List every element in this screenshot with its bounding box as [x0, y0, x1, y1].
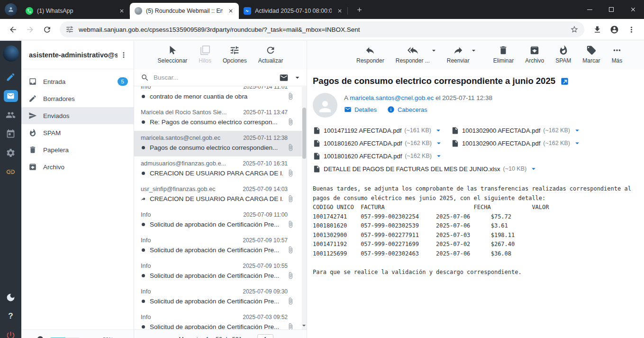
message-content: Pagos de consumo electrico correspondien…: [307, 69, 644, 338]
delete-button[interactable]: Eliminar: [493, 45, 514, 64]
pencil-icon: [28, 94, 37, 103]
back-button[interactable]: [5, 21, 21, 37]
recipient-email-link[interactable]: maricela.santos@cnel.gob.ec: [350, 94, 434, 101]
reply-button[interactable]: Responder: [356, 45, 384, 64]
select-button[interactable]: Seleccionar: [158, 45, 188, 64]
settings-button[interactable]: [0, 143, 21, 162]
message-list-item[interactable]: Info 2025-07-09 10:55 Solicitud de aprob…: [134, 259, 302, 284]
chevron-down-icon[interactable]: [435, 139, 443, 147]
folder-enviados[interactable]: Enviados: [21, 107, 134, 124]
chevron-down-icon[interactable]: [573, 139, 581, 147]
paperclip-icon: [287, 246, 294, 254]
scroll-down-icon[interactable]: [300, 321, 307, 329]
message-list-item[interactable]: Info 2025-07-14 11:01 contrato de menor …: [134, 86, 302, 105]
folder-label: Papelera: [43, 146, 69, 154]
chevron-down-icon[interactable]: [293, 73, 302, 82]
refresh-list-button[interactable]: Actualizar: [258, 45, 283, 64]
prev-page-button[interactable]: ‹: [154, 334, 163, 338]
url-field[interactable]: webmail.sanjuan.gob.ec/cpsess1535909589/…: [60, 21, 584, 37]
attachment-item[interactable]: 1001302900 AFECTADA.pdf (~162 KB): [451, 126, 590, 135]
minimize-button[interactable]: [579, 0, 600, 19]
browser-profile-icon[interactable]: [5, 3, 17, 16]
threads-button[interactable]: Hilos: [199, 45, 211, 64]
external-link-app-button[interactable]: [0, 162, 21, 181]
archive-button[interactable]: Archivo: [525, 45, 544, 64]
close-window-button[interactable]: [622, 0, 644, 19]
tab-roundcube-webmail[interactable]: (5) Roundcube Webmail :: Envia: [130, 3, 239, 19]
dark-mode-toggle[interactable]: [0, 288, 21, 307]
attachment-item[interactable]: 1001801620 AFECTADA.pdf (~162 KB): [313, 152, 451, 160]
message-date: 2025-07-14 11:01: [243, 86, 288, 90]
folder-spam[interactable]: SPAM: [21, 124, 134, 141]
message-list-item[interactable]: Info 2025-07-09 11:00 Solicitud de aprob…: [134, 208, 302, 233]
mail-task-button[interactable]: [0, 86, 21, 105]
search-scope-mail-icon[interactable]: [279, 73, 289, 82]
folder-borradores[interactable]: Borradores: [21, 90, 134, 107]
scrollbar-thumb[interactable]: [302, 108, 306, 159]
message-list-item[interactable]: Maricela del Rocio Santos Sie... 2025-07…: [134, 105, 302, 131]
message-list-item[interactable]: maricela.santos@cnel.gob.ec 2025-07-11 1…: [134, 131, 302, 156]
message-list-item[interactable]: Info 2025-07-09 10:57 Solicitud de aprob…: [134, 233, 302, 259]
message-status-flag: [141, 172, 146, 175]
folder-entrada[interactable]: Entrada 5: [21, 73, 134, 90]
mark-button[interactable]: Marcar: [582, 45, 600, 64]
profile-button[interactable]: [606, 21, 622, 37]
folder-archivo[interactable]: Archivo: [21, 158, 134, 175]
compose-button[interactable]: [0, 67, 21, 86]
message-list-item[interactable]: usr_sinfip@finanzas.gob.ec 2025-07-09 14…: [134, 182, 302, 208]
attachment-name: 1001801620 AFECTADA.pdf: [324, 153, 402, 160]
webmail-logo[interactable]: [3, 46, 19, 62]
attachment-item[interactable]: 1001801620 AFECTADA.pdf (~162 KB): [313, 139, 451, 147]
account-menu-button[interactable]: [118, 49, 130, 61]
message-list-item[interactable]: Info 2025-07-09 09:30 Solicitud de aprob…: [134, 284, 302, 310]
attachment-item[interactable]: 1001471192 AFECTADA.pdf (~161 KB): [313, 126, 451, 135]
details-link[interactable]: Detalles: [344, 106, 377, 113]
message-status-flag: [141, 223, 146, 226]
chevron-down-icon[interactable]: [529, 164, 538, 173]
downloads-button[interactable]: [589, 21, 605, 37]
forward-button[interactable]: [22, 21, 38, 37]
folder-papelera[interactable]: Papelera: [21, 141, 134, 158]
tab-close-icon[interactable]: [227, 7, 235, 15]
attachment-item[interactable]: 1001302900 AFECTADA.pdf (~162 KB): [451, 139, 590, 147]
logout-button[interactable]: [0, 326, 21, 338]
calendar-button[interactable]: [0, 124, 21, 143]
chevron-down-icon[interactable]: [430, 46, 438, 55]
open-in-new-window-icon[interactable]: [560, 77, 569, 86]
attachment-name: 1001471192 AFECTADA.pdf: [324, 127, 401, 134]
forward-button[interactable]: Reenviar: [447, 45, 470, 64]
reply-icon: [365, 45, 375, 55]
chevron-down-icon[interactable]: [470, 46, 478, 55]
bookmark-star-icon[interactable]: [570, 25, 579, 34]
next-page-button[interactable]: ›: [277, 334, 287, 338]
tab-whatsapp[interactable]: (1) WhatsApp: [21, 3, 130, 19]
chevron-down-icon[interactable]: [435, 152, 443, 160]
reply-all-button[interactable]: Responder ...: [396, 45, 430, 64]
tab-close-icon[interactable]: [336, 7, 344, 15]
chevron-down-icon[interactable]: [573, 126, 581, 135]
search-input[interactable]: [154, 74, 275, 81]
spam-button[interactable]: SPAM: [555, 45, 571, 64]
tab-actividad[interactable]: Actividad 2025-07-10 08:00:00: [239, 3, 348, 19]
help-button[interactable]: ?: [0, 307, 21, 326]
browser-menu-button[interactable]: [623, 21, 639, 37]
first-page-button[interactable]: «: [141, 334, 150, 338]
headers-link[interactable]: Cabeceras: [387, 106, 427, 113]
site-info-icon[interactable]: [65, 25, 74, 34]
list-scrollbar[interactable]: [302, 87, 307, 329]
page-number-input[interactable]: [257, 334, 273, 338]
tab-close-icon[interactable]: [118, 7, 126, 15]
chevron-down-icon[interactable]: [434, 126, 443, 135]
more-button[interactable]: Más: [612, 45, 623, 64]
message-list-item[interactable]: admusuarios@finanzas.gob.e... 2025-07-10…: [134, 156, 302, 182]
last-page-button[interactable]: »: [290, 334, 300, 338]
refresh-button[interactable]: [39, 21, 55, 37]
contacts-button[interactable]: [0, 105, 21, 124]
maximize-button[interactable]: [600, 0, 622, 19]
options-button[interactable]: Opciones: [223, 45, 247, 64]
message-list-item[interactable]: Info 2025-07-03 09:52 Solicitud de aprob…: [134, 310, 302, 329]
new-tab-button[interactable]: [353, 3, 366, 16]
folder-label: Enviados: [43, 112, 70, 119]
attachment-item[interactable]: DETALLE DE PAGOS DE FACTURAS DEL MES DE …: [313, 164, 635, 173]
message-status-flag: [141, 248, 146, 252]
